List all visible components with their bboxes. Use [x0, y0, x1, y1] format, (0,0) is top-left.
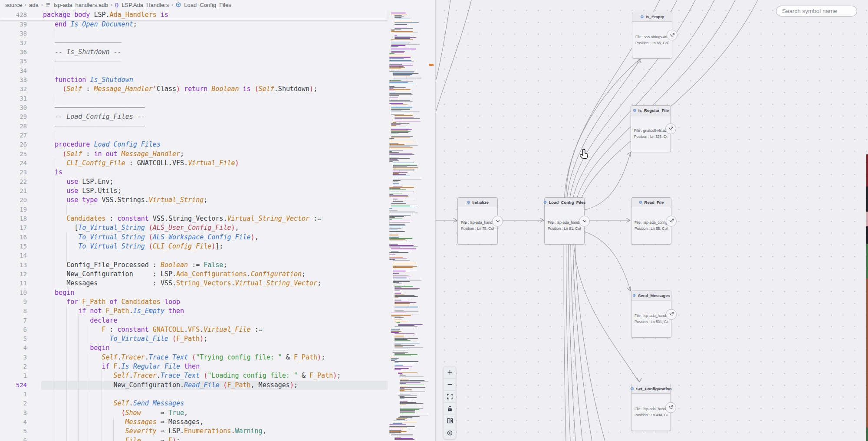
minimap-line [389, 430, 401, 431]
code-line-3[interactable]: 3 Self.Tracer.Trace_Text ("Trying config… [0, 353, 388, 362]
code-line-19[interactable]: 19 [0, 205, 388, 214]
zoom-out-button[interactable] [444, 379, 456, 391]
code-line-28[interactable]: 28 ─────────────────────── [0, 122, 388, 131]
code-line-12[interactable]: 12 New_Configuration : LSP.Ada_Configura… [0, 270, 388, 279]
code-line-16[interactable]: 16 To_Virtual_String (ALS_Workspace_Conf… [0, 233, 388, 242]
code-line-35[interactable]: 35 ───────────────── [0, 57, 388, 66]
code-line-5[interactable]: 5 To_Virtual_File (F_Path); [0, 334, 388, 343]
call-graph-pane[interactable]: ⚙Is_EmptyFile : vss-strings.adsPosition … [435, 0, 868, 441]
code-line-32[interactable]: 32 (Self : Message_Handler'Class) return… [0, 85, 388, 94]
code-line-6[interactable]: 6 F : constant GNATCOLL.VFS.Virtual_File… [0, 325, 388, 334]
center-button[interactable] [444, 427, 456, 439]
code-line-33[interactable]: 33 function Is_Shutdown [0, 75, 388, 85]
minimap-line [389, 257, 403, 257]
sticky-scope-line[interactable]: 428package body LSP.Ada_Handlers is [0, 10, 388, 20]
graph-node-set-configuration[interactable]: ⚙Set_ConfigurationFile : lsp-ada_handler… [631, 384, 671, 431]
graph-node-load-config-files[interactable]: ⚙Load_Config_FilesFile : lsp-ada_handler… [544, 197, 585, 245]
lock-button[interactable] [444, 403, 456, 415]
code-line-text: Self.Tracer.Trace_Text ("Loading config … [27, 371, 341, 380]
minimap-line [389, 138, 394, 139]
zoom-in-button[interactable] [444, 366, 456, 379]
code-line-15[interactable]: 15 To_Virtual_String (CLI_Config_File)]; [0, 242, 388, 251]
code-line-31[interactable]: 31 [0, 94, 388, 103]
call-hierarchy-badge[interactable] [665, 402, 676, 413]
graph-node-read-file[interactable]: ⚙Read_FileFile : lsp-ada_configura...Pos… [631, 197, 671, 245]
layout-button[interactable] [444, 415, 456, 427]
graph-node-header[interactable]: ⚙Set_Configuration [631, 384, 671, 394]
graph-node-header[interactable]: ⚙Load_Config_Files [545, 198, 584, 207]
line-number: 25 [0, 150, 27, 159]
code-line-21[interactable]: 21 use LSP.Utils; [0, 186, 388, 196]
breadcrumb-item-ada[interactable]: ada [29, 2, 39, 8]
graph-node-header[interactable]: ⚙Read_File [631, 198, 671, 207]
graph-node-initialize[interactable]: ⚙InitializeFile : lsp-ada_handlers...Pos… [457, 197, 498, 245]
code-line-4[interactable]: 4 begin [0, 343, 388, 353]
minimap-line [393, 263, 416, 263]
minimap-line [395, 120, 402, 120]
graph-node-header[interactable]: ⚙Is_Regular_File [631, 106, 671, 115]
code-line-27[interactable]: 27 [0, 131, 388, 140]
graph-node-is-regular-file[interactable]: ⚙Is_Regular_FileFile : gnatcoll-vfs.adsP… [631, 105, 671, 152]
call-hierarchy-badge[interactable] [665, 124, 676, 134]
minimap-line [389, 248, 400, 248]
code-line-17[interactable]: 17 [To_Virtual_String (ALS_User_Config_F… [0, 223, 388, 232]
graph-node-is-empty[interactable]: ⚙Is_EmptyFile : vss-strings.adsPosition … [632, 12, 672, 59]
code-line-5[interactable]: 5 Severity ⇒ LSP.Enumerations.Warning, [0, 427, 388, 436]
search-input[interactable] [776, 6, 857, 16]
graph-node-header[interactable]: ⚙Initialize [458, 198, 497, 207]
code-line-34[interactable]: 34 [0, 66, 388, 75]
breadcrumb-item-source[interactable]: source [5, 2, 22, 8]
code-line-2[interactable]: 2 if F.Is_Regular_File then [0, 362, 388, 371]
fit-view-button[interactable] [444, 391, 456, 403]
code-line-9[interactable]: 9 for F_Path of Candidates loop [0, 297, 388, 307]
code-line-38[interactable]: 38 [0, 29, 388, 38]
code-line-29[interactable]: 29 -- Load_Config_Files -- [0, 112, 388, 121]
minimap-line [395, 36, 410, 36]
breadcrumb[interactable]: source›ada›lsp-ada_handlers.adb›{}LSP.Ad… [0, 0, 435, 10]
overview-ruler[interactable] [427, 10, 435, 441]
breadcrumb-item-load_config_files[interactable]: Load_Config_Files [184, 2, 231, 8]
code-line-11[interactable]: 11 Messages : VSS.String_Vectors.Virtual… [0, 279, 388, 288]
expand-chevron-badge[interactable] [492, 216, 503, 226]
code-line-428[interactable]: 428package body LSP.Ada_Handlers is [0, 10, 388, 20]
code-line-22[interactable]: 22 use LSP.Env; [0, 177, 388, 186]
code-line-24[interactable]: 24 CLI_Config_File : GNATCOLL.VFS.Virtua… [0, 159, 388, 168]
minimap-line [395, 363, 398, 363]
graph-node-send-messages[interactable]: ⚙Send_MessagesFile : lsp-ada_handlers...… [631, 291, 671, 338]
code-line-36[interactable]: 36 -- Is_Shutdown -- [0, 48, 388, 57]
code-line-20[interactable]: 20 use type VSS.Strings.Virtual_String; [0, 196, 388, 205]
minimap-line [395, 37, 416, 38]
minimap-line [395, 302, 416, 303]
graph-node-header[interactable]: ⚙Send_Messages [631, 291, 671, 301]
code-line-13[interactable]: 13 Config_File_Processed : Boolean := Fa… [0, 261, 388, 270]
code-line-4[interactable]: 4 Messages ⇒ Messages, [0, 418, 388, 427]
call-hierarchy-badge[interactable] [667, 30, 677, 41]
code-line-10[interactable]: 10 begin [0, 288, 388, 297]
minimap-line [391, 108, 410, 108]
minimap-line [391, 45, 405, 46]
code-line-1[interactable]: 1 Self.Tracer.Trace_Text ("Loading confi… [0, 371, 388, 380]
code-line-25[interactable]: 25 (Self : in out Message_Handler; [0, 150, 388, 159]
code-line-8[interactable]: 8 if not F_Path.Is_Empty then [0, 307, 388, 316]
code-line-7[interactable]: 7 declare [0, 316, 388, 325]
code-line-3[interactable]: 3 (Show ⇒ True, [0, 408, 388, 418]
minimap[interactable] [388, 10, 427, 441]
code-line-26[interactable]: 26 procedure Load_Config_Files [0, 140, 388, 149]
code-line-524[interactable]: 524 New_Configuration.Read_File (F_Path,… [0, 381, 388, 390]
code-line-18[interactable]: 18 Candidates : constant VSS.String_Vect… [0, 214, 388, 223]
call-hierarchy-badge[interactable] [666, 216, 677, 226]
graph-node-header[interactable]: ⚙Is_Empty [632, 12, 672, 22]
code-line-37[interactable]: 37 ───────────────── [0, 39, 388, 48]
breadcrumb-item-lsp-ada_handlers.adb[interactable]: lsp-ada_handlers.adb [54, 2, 108, 8]
expand-chevron-badge[interactable] [579, 216, 590, 226]
call-hierarchy-badge[interactable] [666, 309, 677, 320]
code-line-6[interactable]: 6 File ⇒ F); [0, 436, 388, 441]
code-line-30[interactable]: 30 ─────────────────────── [0, 103, 388, 112]
code-line-1[interactable]: 1 [0, 390, 388, 399]
breadcrumb-item-lsp.ada_handlers[interactable]: LSP.Ada_Handlers [122, 2, 169, 8]
code-line-39[interactable]: 39 end Is_Open_Document; [0, 20, 388, 29]
code-line-14[interactable]: 14 [0, 251, 388, 260]
code-area[interactable]: 39 end Is_Open_Document;38 37 ──────────… [0, 20, 388, 441]
code-line-2[interactable]: 2 Self.Send_Messages [0, 399, 388, 408]
code-line-23[interactable]: 23 is [0, 168, 388, 177]
